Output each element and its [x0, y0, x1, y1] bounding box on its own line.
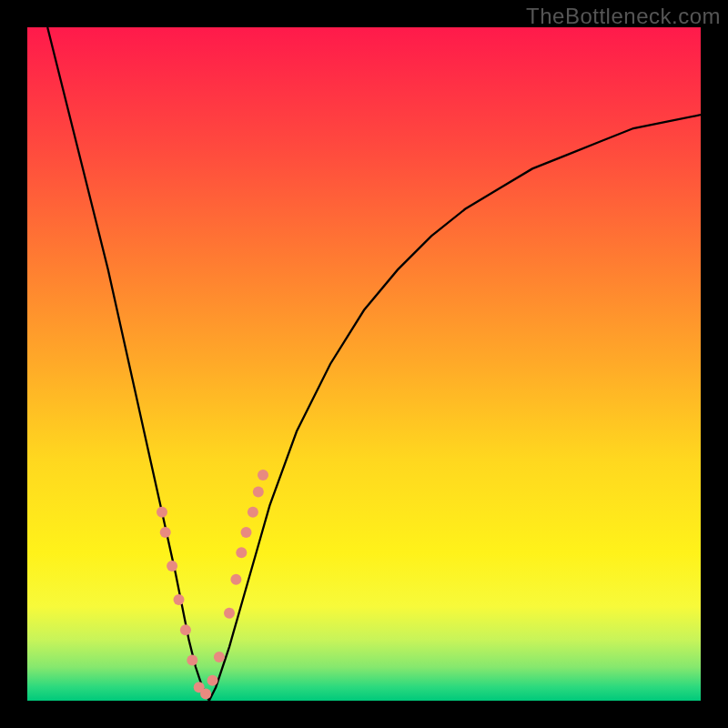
highlight-dot [187, 655, 197, 666]
highlight-dot [236, 547, 247, 558]
chart-frame: TheBottleneck.com [0, 0, 728, 728]
highlight-dot [258, 470, 268, 480]
highlight-dot [207, 675, 218, 686]
highlight-dot [157, 507, 167, 518]
highlight-dot [180, 624, 191, 635]
highlight-dot [224, 608, 235, 619]
highlight-dot [174, 594, 185, 605]
watermark-text: TheBottleneck.com [526, 4, 721, 29]
highlight-dot [241, 527, 252, 538]
highlight-dot [200, 689, 211, 700]
chart-svg [27, 27, 701, 701]
highlight-dot [167, 561, 177, 571]
highlight-dot [230, 574, 241, 585]
highlight-dot [248, 507, 258, 518]
highlight-dots [157, 470, 268, 700]
highlight-dot [160, 527, 171, 538]
highlight-dot [214, 652, 225, 662]
plot-area [27, 27, 701, 701]
highlight-dot [253, 487, 264, 498]
bottleneck-curve [47, 27, 701, 701]
